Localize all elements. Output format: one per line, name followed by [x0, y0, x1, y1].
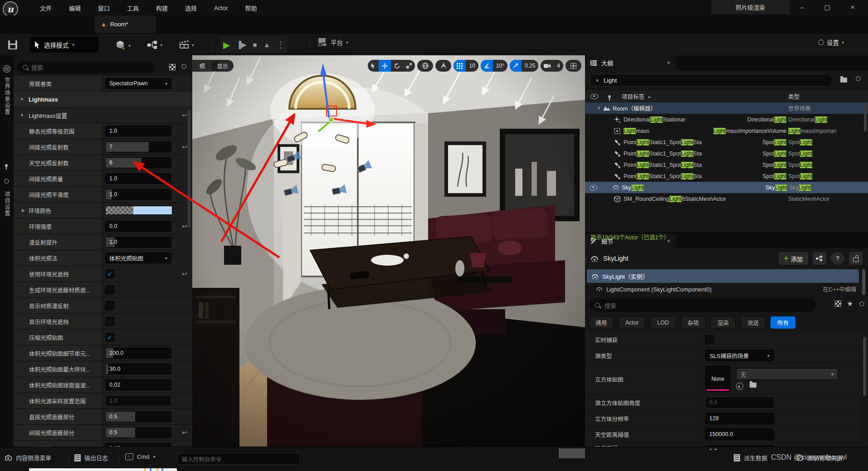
- visibility-column-icon[interactable]: [590, 94, 598, 99]
- select-tool-button[interactable]: [368, 60, 379, 72]
- visibility-eye-icon[interactable]: [590, 185, 597, 190]
- outliner-search-input[interactable]: × Light: [590, 74, 833, 87]
- value-input[interactable]: 200.0: [105, 348, 171, 359]
- stop-button[interactable]: ■: [253, 41, 257, 49]
- outliner-row[interactable]: PointLightStatic1_SpotLightStaSpotLightS…: [585, 170, 868, 182]
- value-input[interactable]: 128: [705, 413, 774, 424]
- menu-item-构建[interactable]: 构建: [154, 3, 170, 13]
- value-checkbox[interactable]: [105, 285, 114, 294]
- add-component-button[interactable]: + 添加: [779, 252, 808, 265]
- expander-icon[interactable]: ▶: [22, 208, 25, 213]
- camera-icon[interactable]: [541, 60, 554, 72]
- menu-item-帮助[interactable]: 帮助: [243, 3, 258, 13]
- outliner-row[interactable]: LightmassLightmassImportanceVolumeLightm…: [585, 125, 868, 136]
- world-settings-search-input[interactable]: 搜索: [17, 61, 154, 73]
- outliner-gear-icon[interactable]: [856, 76, 861, 81]
- details-gear-icon[interactable]: [859, 301, 864, 306]
- content-drawer-sliver[interactable]: [29, 468, 177, 471]
- grid-snap-toggle[interactable]: [454, 60, 466, 72]
- outliner-scrollbar[interactable]: [864, 102, 867, 131]
- light-component-row[interactable]: LightComponent (SkyLightComponent0): [596, 284, 859, 295]
- menu-item-编辑[interactable]: 编辑: [67, 3, 83, 13]
- reset-icon[interactable]: ↩: [177, 429, 192, 436]
- filter-Actor[interactable]: Actor: [619, 316, 645, 329]
- photoreal-render-button[interactable]: 照片级渲染: [711, 0, 790, 14]
- value-checkbox[interactable]: ✓: [105, 269, 114, 278]
- close-icon[interactable]: ×: [667, 59, 670, 66]
- value-input[interactable]: 0.02: [105, 379, 171, 390]
- surface-snapping-button[interactable]: [435, 60, 451, 72]
- maximize-viewport-button[interactable]: [566, 60, 581, 72]
- show-pill[interactable]: 显示: [211, 60, 234, 72]
- level-tab[interactable]: ▲ Room*: [94, 15, 156, 33]
- menu-item-工具[interactable]: 工具: [125, 3, 141, 13]
- help-icon[interactable]: ?: [831, 252, 844, 265]
- pin-column-icon[interactable]: [608, 95, 611, 98]
- output-log-button[interactable]: 输出日志: [74, 453, 108, 462]
- asset-thumbnail[interactable]: None: [705, 366, 731, 392]
- scale-tool-button[interactable]: [403, 60, 415, 72]
- content-drawer-button[interactable]: 内容侧滑菜单: [5, 453, 51, 462]
- close-button[interactable]: ×: [842, 0, 863, 14]
- value-input[interactable]: 7: [105, 141, 171, 152]
- more-options-icon[interactable]: ⋮: [276, 40, 284, 50]
- expander-icon[interactable]: ▼: [20, 113, 24, 117]
- component-scrollbar[interactable]: [862, 269, 865, 295]
- value-checkbox[interactable]: [105, 317, 114, 326]
- platforms-button[interactable]: 平台 ▾: [317, 38, 348, 47]
- value-dropdown[interactable]: SpectatorPawn▾: [105, 78, 171, 89]
- value-input[interactable]: 1.0: [105, 395, 171, 406]
- world-settings-scrollbar[interactable]: [188, 110, 190, 228]
- tab-outliner[interactable]: 大纲 ×: [585, 55, 676, 70]
- favorites-star-icon[interactable]: ★: [847, 300, 853, 308]
- expander-icon[interactable]: ▼: [20, 97, 24, 102]
- maximize-button[interactable]: ▢: [816, 0, 838, 14]
- value-input[interactable]: 0.0: [705, 397, 774, 408]
- viewport-scene[interactable]: [192, 55, 585, 447]
- value-dropdown[interactable]: 体积光照贴图▾: [105, 252, 171, 263]
- value-input[interactable]: 1.0: [105, 237, 171, 248]
- menu-item-文件[interactable]: 文件: [38, 3, 54, 13]
- filter-通用[interactable]: 通用: [589, 316, 614, 329]
- blueprints-button[interactable]: ▾: [147, 41, 162, 49]
- world-local-toggle[interactable]: [417, 60, 433, 72]
- browse-to-asset-icon[interactable]: [750, 383, 756, 388]
- menu-item-Actor[interactable]: Actor: [212, 4, 229, 12]
- pin-icon[interactable]: [5, 164, 8, 167]
- outliner-row[interactable]: PointLightStatic1_SpotLightStaSpotLightS…: [585, 159, 868, 170]
- cmd-dropdown[interactable]: >_ Cmd ▾: [125, 453, 155, 460]
- cinematics-button[interactable]: ▾: [179, 40, 194, 49]
- skylight-instance-row[interactable]: SkyLight（实例）: [587, 269, 859, 283]
- panel-gear-icon[interactable]: [181, 64, 186, 69]
- value-checkbox[interactable]: [705, 335, 714, 344]
- outliner-row[interactable]: DirectionalLightStationarDirectionalLigh…: [585, 114, 868, 125]
- clear-search-icon[interactable]: ×: [595, 77, 599, 84]
- item-label-column[interactable]: 项目标签: [622, 92, 644, 101]
- value-checkbox[interactable]: [105, 301, 114, 310]
- value-input[interactable]: 150000.0: [705, 428, 774, 440]
- value-input[interactable]: 0.5: [105, 411, 171, 422]
- outliner-row[interactable]: SkyLightSkyLightSkyLight: [585, 182, 868, 193]
- value-input[interactable]: 0.5: [105, 427, 171, 438]
- rotate-tool-button[interactable]: [391, 60, 403, 72]
- scale-snap-value[interactable]: 0.25: [522, 60, 538, 72]
- type-column[interactable]: 类型: [788, 92, 868, 101]
- menu-item-选择[interactable]: 选择: [183, 3, 199, 13]
- lock-icon[interactable]: [849, 252, 863, 265]
- gear-icon[interactable]: [4, 179, 9, 184]
- scale-snap-toggle[interactable]: [510, 60, 522, 72]
- menu-item-窗口[interactable]: 窗口: [96, 3, 112, 13]
- outliner-row-room[interactable]: ▼Room（编辑器）世界场景: [585, 102, 868, 114]
- value-input[interactable]: 30.0: [105, 364, 171, 374]
- blueprint-edit-icon[interactable]: [813, 252, 826, 265]
- add-actor-button[interactable]: + ▾: [116, 40, 131, 51]
- filter-LOD[interactable]: LOD: [650, 316, 676, 329]
- reset-icon[interactable]: ↩: [177, 270, 192, 277]
- value-input[interactable]: 0.65: [105, 443, 171, 447]
- add-folder-icon[interactable]: [840, 76, 847, 84]
- skip-frame-button[interactable]: ▐▶: [236, 41, 246, 49]
- value-input[interactable]: 1.0: [105, 189, 171, 200]
- value-dropdown[interactable]: SLS捕获的场景▾: [705, 350, 774, 361]
- filter-所有[interactable]: 所有: [770, 316, 795, 329]
- details-search-input[interactable]: 搜索: [590, 298, 815, 312]
